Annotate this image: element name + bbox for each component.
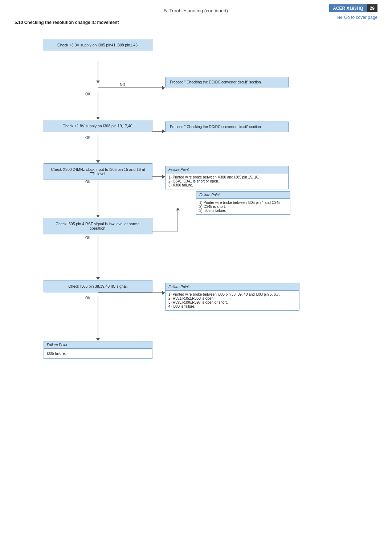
box4: Check I305 pin 4 RST signal is low level… [44, 218, 152, 234]
right-box1: Proceed " Checking the DC/DC converter c… [165, 77, 289, 87]
svg-text:OK: OK [85, 136, 91, 140]
failure4: Failure Point 1) Printer wire broke betw… [196, 191, 290, 215]
final-failure-body: I305 failure. [44, 349, 152, 358]
svg-marker-7 [96, 117, 100, 120]
svg-marker-32 [96, 338, 100, 341]
svg-text:OK: OK [85, 92, 91, 96]
svg-marker-13 [96, 160, 100, 163]
svg-marker-1 [96, 81, 100, 83]
failure5-body: 1) Printed wire broke between I305 pin 3… [166, 291, 299, 310]
final-failure: Failure Point I305 failure. [44, 341, 152, 359]
box3-text: Check X300 24MHz clock input to I305 pin… [44, 163, 152, 180]
go-cover-label: Go to cover page [344, 15, 377, 20]
svg-marker-28 [162, 291, 165, 295]
right-box2: Proceed " Checking the DC/DC converter c… [165, 122, 289, 132]
svg-marker-19 [96, 215, 100, 218]
box1: Check +3.3V supply on I305 pin41,I308 pi… [44, 39, 152, 51]
header-right: ACER X193HQ 29 ⏮ Go to cover page [329, 4, 377, 20]
box5-text: Check I305 pin 38,39,40 IIC signal. [44, 280, 152, 292]
page-number: 29 [367, 4, 377, 12]
go-to-cover-link[interactable]: ⏮ Go to cover page [337, 15, 377, 20]
box2-text: Check +1.8V supply on I308 pin 19,17,40. [44, 120, 152, 132]
failure5: Failure Point 1) Printed wire broke betw… [165, 283, 299, 311]
svg-marker-23 [176, 208, 180, 210]
right-box2-text: Proceed " Checking the DC/DC converter c… [165, 122, 289, 132]
brand-badge: ACER X193HQ [329, 4, 367, 12]
box2: Check +1.8V supply on I308 pin 19,17,40. [44, 120, 152, 132]
header: 5. Troubleshooting (continued) ACER X193… [0, 0, 392, 16]
svg-marker-9 [162, 130, 165, 133]
failure3-header: Failure Point [166, 166, 288, 173]
failure4-header: Failure Point [196, 192, 290, 199]
brand-name: ACER X193HQ [333, 6, 363, 11]
failure3-body: 1) Printed wire broke between X300 and I… [166, 173, 288, 189]
svg-text:NG: NG [120, 83, 125, 87]
box5: Check I305 pin 38,39,40 IIC signal. [44, 280, 152, 292]
box4-text: Check I305 pin 4 RST signal is low level… [44, 218, 152, 234]
failure3: Failure Point 1) Printed wire broke betw… [165, 166, 289, 189]
box1-text: Check +3.3V supply on I305 pin41,I308 pi… [44, 39, 152, 51]
final-failure-header: Failure Point [44, 341, 152, 349]
go-cover-icon: ⏮ [337, 15, 342, 20]
flowchart: NG OK NG OK NG OK NG [22, 32, 370, 529]
svg-text:OK: OK [85, 296, 91, 300]
header-title: 5. Troubleshooting (continued) [164, 8, 228, 13]
svg-text:OK: OK [85, 236, 91, 240]
svg-text:OK: OK [85, 180, 91, 184]
failure5-header: Failure Point [166, 283, 299, 291]
flowchart-container: NG OK NG OK NG OK NG [0, 32, 392, 529]
svg-marker-15 [162, 175, 165, 178]
box3: Check X300 24MHz clock input to I305 pin… [44, 163, 152, 180]
svg-marker-26 [96, 277, 100, 280]
svg-marker-3 [162, 86, 165, 90]
failure4-body: 1) Printer wire broke between I305 pin 4… [196, 199, 290, 214]
right-box1-text: Proceed " Checking the DC/DC converter c… [165, 77, 289, 87]
